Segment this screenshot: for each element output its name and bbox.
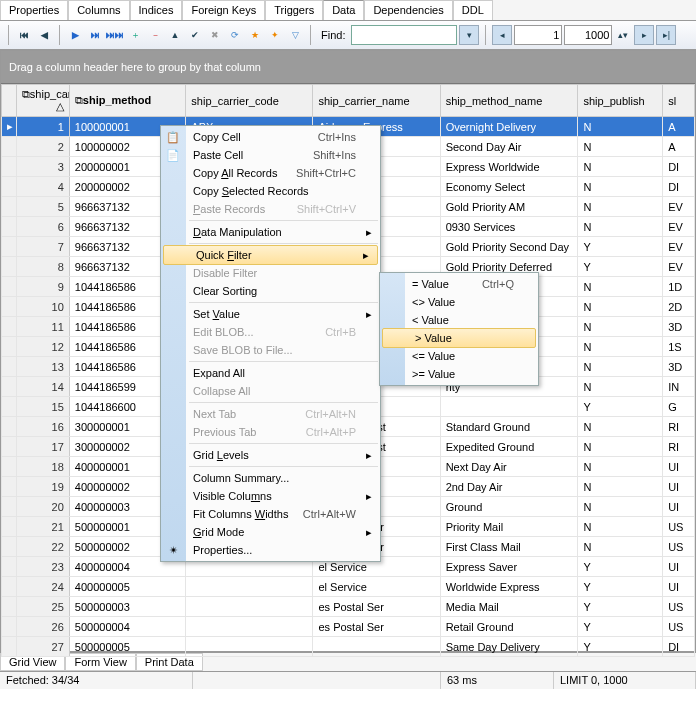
row-selector[interactable] [2,297,17,317]
cell-ship-publish[interactable]: N [578,457,663,477]
menu-item-copy-cell[interactable]: 📋Copy CellCtrl+Ins [161,128,380,146]
cell-ship-method-name[interactable]: Next Day Air [440,457,578,477]
last-record-button[interactable]: ⏭ [86,26,104,44]
cell-sl[interactable]: EV [663,257,695,277]
cell-ship-car[interactable]: 5 [16,197,69,217]
range-end-input[interactable] [564,25,612,45]
row-selector[interactable] [2,617,17,637]
cell-ship-carrier-code[interactable] [186,577,313,597]
table-row[interactable]: 27500000005Same Day DeliveryYDI [2,637,695,657]
cell-ship-method-name[interactable]: Economy Select [440,177,578,197]
cell-ship-carrier-name[interactable]: el Service [313,577,440,597]
menu-item-quick-filter[interactable]: Quick Filter▸ [163,245,378,265]
cell-ship-car[interactable]: 12 [16,337,69,357]
row-selector[interactable] [2,637,17,657]
row-selector[interactable] [2,497,17,517]
cell-ship-car[interactable]: 9 [16,277,69,297]
cell-ship-car[interactable]: 6 [16,217,69,237]
cell-ship-method-name[interactable]: Same Day Delivery [440,637,578,657]
row-selector[interactable] [2,517,17,537]
cell-sl[interactable]: RI [663,437,695,457]
group-by-bar[interactable]: Drag a column header here to group by th… [1,51,695,84]
next-record-button[interactable]: ▶ [66,26,84,44]
cell-ship-method-name[interactable]: First Class Mail [440,537,578,557]
cell-ship-publish[interactable]: N [578,437,663,457]
tab-indices[interactable]: Indices [130,0,183,20]
find-input[interactable] [351,25,457,45]
cell-ship-carrier-code[interactable] [186,617,313,637]
cell-ship-method-name[interactable]: Worldwide Express [440,577,578,597]
cell-ship-method-name[interactable]: Gold Priority Second Day [440,237,578,257]
row-selector[interactable] [2,417,17,437]
cell-ship-method-name[interactable]: Expedited Ground [440,437,578,457]
context-menu[interactable]: 📋Copy CellCtrl+Ins📄Paste CellShift+InsCo… [160,125,381,562]
insert-record-button[interactable]: ＋ [126,26,144,44]
row-selector[interactable] [2,177,17,197]
cell-ship-car[interactable]: 22 [16,537,69,557]
menu-item-value[interactable]: >= Value [380,365,538,383]
cell-ship-method-name[interactable]: Standard Ground [440,417,578,437]
cell-ship-publish[interactable]: Y [578,617,663,637]
cell-ship-car[interactable]: 7 [16,237,69,257]
cell-ship-publish[interactable]: Y [578,597,663,617]
cell-ship-publish[interactable]: N [578,317,663,337]
cell-ship-car[interactable]: 16 [16,417,69,437]
cell-ship-car[interactable]: 21 [16,517,69,537]
cell-ship-publish[interactable]: N [578,357,663,377]
cell-ship-publish[interactable]: N [578,377,663,397]
cell-sl[interactable]: DI [663,637,695,657]
menu-item-clear-sorting[interactable]: Clear Sorting [161,282,380,300]
cell-ship-car[interactable]: 10 [16,297,69,317]
cell-ship-publish[interactable]: Y [578,397,663,417]
cell-ship-publish[interactable]: N [578,517,663,537]
row-selector[interactable] [2,277,17,297]
row-selector[interactable] [2,237,17,257]
cell-ship-publish[interactable]: N [578,417,663,437]
cell-ship-car[interactable]: 17 [16,437,69,457]
cell-ship-method-name[interactable]: Ground [440,497,578,517]
row-selector[interactable] [2,337,17,357]
cell-sl[interactable]: DI [663,177,695,197]
cell-ship-carrier-name[interactable]: es Postal Ser [313,597,440,617]
cell-sl[interactable]: IN [663,377,695,397]
cancel-edit-button[interactable]: ✖ [206,26,224,44]
table-row[interactable]: 26500000004es Postal SerRetail GroundYUS [2,617,695,637]
column-header-ship_carrier_name[interactable]: ship_carrier_name [313,85,440,117]
column-header-ship_publish[interactable]: ship_publish [578,85,663,117]
cell-ship-car[interactable]: 2 [16,137,69,157]
cell-sl[interactable]: EV [663,217,695,237]
cell-sl[interactable]: RI [663,417,695,437]
row-selector[interactable] [2,317,17,337]
column-header-ship_method_name[interactable]: ship_method_name [440,85,578,117]
cell-sl[interactable]: 2D [663,297,695,317]
cell-ship-carrier-code[interactable] [186,637,313,657]
cell-sl[interactable]: A [663,137,695,157]
row-selector[interactable] [2,257,17,277]
cell-ship-publish[interactable]: N [578,297,663,317]
edit-record-button[interactable]: ▲ [166,26,184,44]
cell-sl[interactable]: A [663,117,695,137]
cell-ship-car[interactable]: 14 [16,377,69,397]
filter-button[interactable]: ▽ [286,26,304,44]
tab-properties[interactable]: Properties [0,0,68,20]
cell-sl[interactable]: UI [663,557,695,577]
tab-dependencies[interactable]: Dependencies [364,0,452,20]
cell-ship-publish[interactable]: Y [578,577,663,597]
cell-ship-car[interactable]: 27 [16,637,69,657]
row-selector[interactable] [2,437,17,457]
cell-ship-publish[interactable]: N [578,277,663,297]
table-row[interactable]: 24400000005el ServiceWorldwide ExpressYU… [2,577,695,597]
column-header-ship_car[interactable]: ⧉ ship_car △ [16,85,69,117]
tab-ddl[interactable]: DDL [453,0,493,20]
cell-sl[interactable]: EV [663,237,695,257]
cell-ship-method-name[interactable]: Retail Ground [440,617,578,637]
cell-ship-publish[interactable]: N [578,497,663,517]
cell-ship-publish[interactable]: N [578,117,663,137]
cell-ship-method-name[interactable]: Second Day Air [440,137,578,157]
cell-sl[interactable]: 1S [663,337,695,357]
menu-item-column-summary[interactable]: Column Summary... [161,469,380,487]
cell-ship-publish[interactable]: N [578,537,663,557]
cell-ship-car[interactable]: 3 [16,157,69,177]
refresh-button[interactable]: ⟳ [226,26,244,44]
row-selector[interactable] [2,197,17,217]
